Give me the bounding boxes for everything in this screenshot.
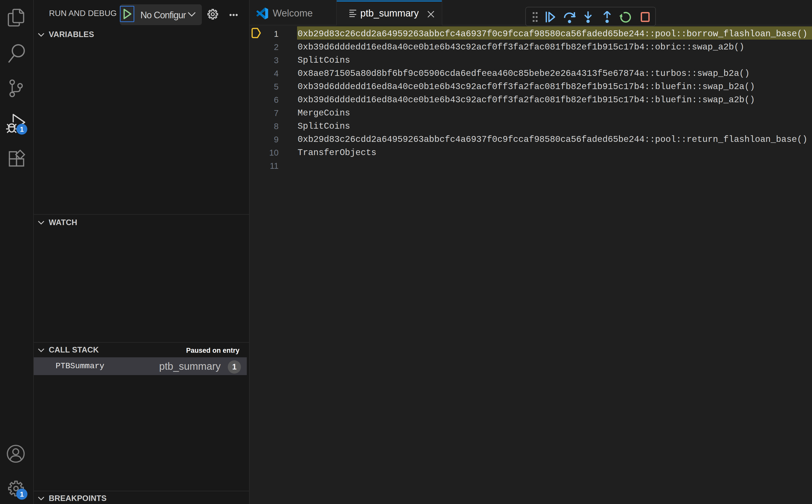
svg-text:1: 1 — [20, 126, 24, 133]
svg-text:1: 1 — [20, 490, 24, 498]
